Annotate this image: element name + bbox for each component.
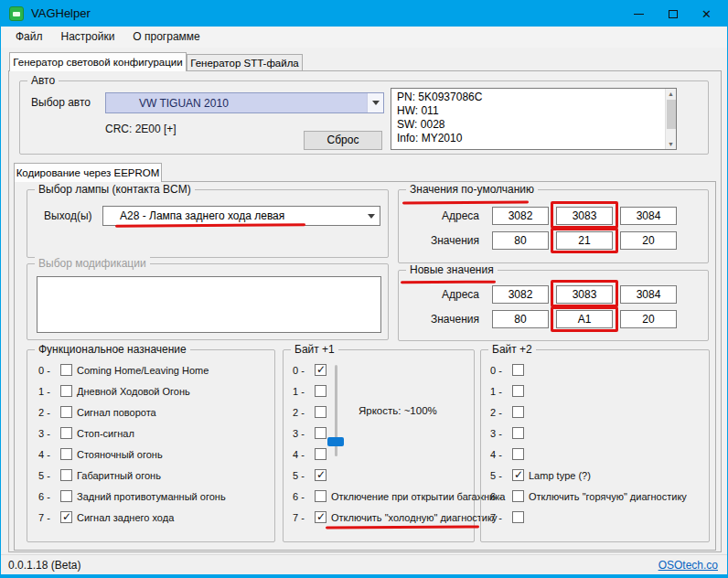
- bit-row: 1 -: [490, 384, 687, 398]
- checkbox-label: Отключение при открытии багажника: [331, 491, 505, 502]
- checkbox[interactable]: [60, 469, 72, 481]
- checkbox[interactable]: [315, 385, 327, 397]
- default-address-1[interactable]: 3082: [492, 207, 549, 225]
- bit-row: 1 -: [293, 384, 505, 398]
- bit-row: 5 -: [293, 468, 505, 482]
- info-scrollbar[interactable]: ▲ ▼: [665, 89, 676, 149]
- window-title: VAGHelper: [31, 1, 91, 27]
- reset-button[interactable]: Сброс: [304, 131, 382, 150]
- checkbox[interactable]: [60, 364, 72, 376]
- car-select-dropdown[interactable]: VW TIGUAN 2010: [105, 92, 384, 113]
- menu-file[interactable]: Файл: [6, 27, 52, 48]
- functional-row: 2 - Сигнал поворота: [38, 405, 226, 419]
- addresses-label: Адреса: [406, 209, 479, 222]
- checkbox[interactable]: [512, 406, 524, 418]
- bit-index: 0 -: [293, 365, 310, 376]
- checkbox[interactable]: [315, 448, 327, 460]
- bit-row: 5 - Lamp type (?): [490, 468, 687, 482]
- auto-group: Авто Выбор авто VW TIGUAN 2010 CRC: 2E00…: [19, 80, 709, 155]
- brightness-slider-thumb[interactable]: [327, 437, 344, 446]
- ecu-info-line: HW: 011: [397, 104, 670, 118]
- checkbox[interactable]: [315, 469, 327, 481]
- website-link[interactable]: OSOtech.co: [658, 559, 718, 572]
- checkbox-label: Дневной Ходовой Огонь: [77, 386, 190, 397]
- scroll-up-icon[interactable]: ▲: [666, 89, 676, 99]
- checkbox[interactable]: [512, 469, 524, 481]
- bit-index: 1 -: [38, 386, 56, 397]
- checkbox-label: Габаритный огонь: [77, 470, 161, 481]
- status-bar: 0.0.1.18 (Beta) OSOtech.co: [1, 554, 727, 575]
- menu-settings[interactable]: Настройки: [52, 27, 124, 48]
- bit-row: 6 - Отключение при открытии багажника: [293, 489, 505, 503]
- maximize-button[interactable]: [656, 1, 690, 27]
- bit-index: 5 -: [38, 470, 56, 481]
- tab-coding-eeprom[interactable]: Кодирование через EEPROM: [14, 163, 162, 182]
- default-address-3[interactable]: 3084: [620, 207, 677, 225]
- default-value-3[interactable]: 20: [620, 231, 677, 250]
- bit-index: 2 -: [490, 407, 508, 418]
- new-value-3[interactable]: 20: [620, 310, 677, 328]
- checkbox[interactable]: [315, 406, 327, 418]
- new-address-3[interactable]: 3084: [620, 285, 677, 304]
- annotation-underline-default-values: [402, 201, 529, 205]
- checkbox[interactable]: [512, 511, 524, 523]
- app-window: VAGHelper ✕ Файл Настройки О программе Г…: [0, 0, 728, 578]
- version-label: 0.0.1.18 (Beta): [8, 559, 80, 572]
- functional-row: 0 - Coming Home/Leaving Home: [38, 363, 226, 377]
- modification-listbox[interactable]: [37, 276, 381, 333]
- checkbox-label: Отключить "горячую" диагностику: [529, 491, 687, 502]
- bit-row: 3 -: [293, 426, 505, 440]
- checkbox[interactable]: [60, 406, 72, 418]
- checkbox[interactable]: [315, 364, 327, 376]
- close-icon: ✕: [701, 7, 712, 21]
- checkbox-label: Отключить "холодную" диагностику: [331, 512, 497, 523]
- checkbox-label: Стоп-сигнал: [77, 428, 134, 439]
- checkbox-label: Coming Home/Leaving Home: [77, 365, 209, 376]
- new-address-1[interactable]: 3082: [492, 285, 549, 304]
- checkbox[interactable]: [315, 427, 327, 439]
- ecu-info-line: Info: MY2010: [397, 132, 670, 145]
- checkbox[interactable]: [60, 427, 72, 439]
- checkbox[interactable]: [60, 448, 72, 460]
- checkbox[interactable]: [512, 364, 524, 376]
- checkbox[interactable]: [512, 448, 524, 460]
- auto-group-label: Авто: [27, 74, 59, 87]
- functional-group: Функциональное назначение 0 - Coming Hom…: [27, 349, 275, 542]
- bit-index: 2 -: [293, 407, 310, 418]
- scrollbar-thumb[interactable]: [667, 100, 676, 129]
- scroll-down-icon[interactable]: ▼: [666, 139, 676, 149]
- annotation-underline-lamp: [115, 223, 305, 227]
- tab-stt-file-generator[interactable]: Генератор STT-файла: [187, 54, 303, 71]
- bit-row: 6 - Отключить "горячую" диагностику: [490, 489, 687, 503]
- tab-light-config-generator[interactable]: Генератор световой конфигурации: [9, 52, 187, 71]
- checkbox[interactable]: [315, 511, 327, 523]
- checkbox[interactable]: [315, 490, 327, 502]
- default-values-label: Значения по-умолчанию: [406, 183, 538, 196]
- car-selected-value: VW TIGUAN 2010: [106, 97, 229, 110]
- default-value-1[interactable]: 80: [492, 231, 549, 250]
- addresses-label: Адреса: [406, 288, 479, 301]
- bit-row: 0 -: [490, 363, 687, 377]
- byte-plus2-label: Байт +2: [488, 343, 536, 356]
- modification-group: Выбор модификации: [27, 263, 389, 340]
- ecu-info-line: SW: 0028: [397, 118, 670, 132]
- functional-row: 4 - Стояночный огонь: [38, 447, 226, 461]
- byte-plus1-label: Байт +1: [291, 343, 338, 356]
- new-value-1[interactable]: 80: [492, 310, 549, 328]
- output-label: Выход(ы): [44, 209, 92, 222]
- checkbox[interactable]: [60, 490, 72, 502]
- checkbox[interactable]: [60, 511, 72, 523]
- close-button[interactable]: ✕: [690, 1, 723, 27]
- minimize-button[interactable]: [622, 1, 656, 27]
- annotation-box-default-address: [551, 201, 618, 229]
- checkbox[interactable]: [60, 385, 72, 397]
- bit-row: 2 -: [490, 405, 687, 419]
- lamp-output-dropdown[interactable]: A28 - Лампа заднего хода левая: [102, 206, 380, 226]
- bit-row: 3 -: [490, 426, 687, 440]
- checkbox[interactable]: [512, 427, 524, 439]
- checkbox[interactable]: [512, 385, 524, 397]
- menu-about[interactable]: О программе: [123, 27, 209, 48]
- bit-index: 1 -: [293, 386, 310, 397]
- checkbox[interactable]: [512, 490, 524, 502]
- ecu-info-box[interactable]: PN: 5K0937086C HW: 011 SW: 0028 Info: MY…: [391, 88, 677, 150]
